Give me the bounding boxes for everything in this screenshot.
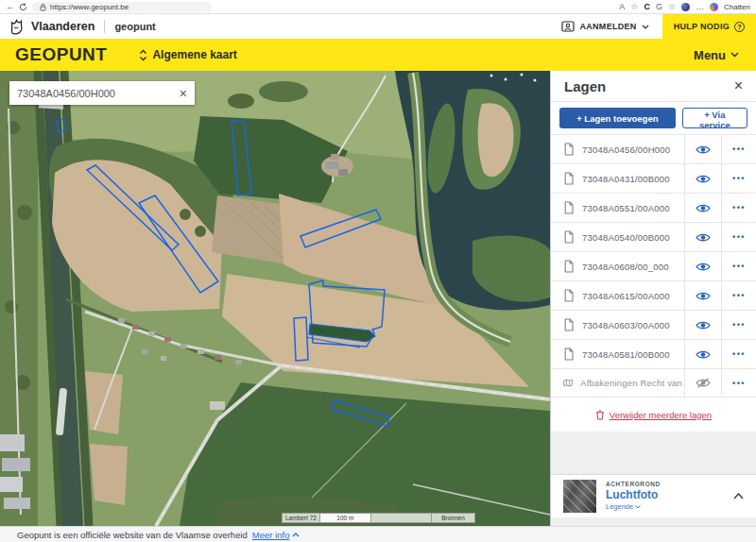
document-icon: [563, 143, 575, 156]
login-label: AANMELDEN: [579, 22, 636, 31]
layer-row-main[interactable]: 73048A0581/00B000: [551, 340, 684, 368]
layer-row[interactable]: 73048A0603/00A000 •••: [551, 310, 756, 339]
extension-g-icon[interactable]: G: [656, 3, 662, 11]
layer-row[interactable]: 73048A0431/00B000 •••: [551, 163, 756, 193]
visibility-toggle[interactable]: [684, 135, 721, 163]
chevron-down-icon: [642, 25, 649, 29]
menu-button[interactable]: Menu: [694, 48, 739, 62]
map-icon: [563, 378, 573, 388]
layer-row[interactable]: Afbakeningen Recht van voorkoop •••: [551, 368, 756, 398]
favorite-icon[interactable]: ☆: [630, 3, 638, 11]
layer-row-main[interactable]: 73048A0431/00B000: [551, 164, 684, 193]
layer-options-button[interactable]: •••: [721, 194, 756, 222]
document-icon: [563, 230, 575, 244]
panel-header: Lagen ×: [551, 71, 756, 102]
close-icon[interactable]: ×: [734, 78, 743, 93]
eye-icon: [696, 232, 711, 243]
map-selector[interactable]: Algemene kaart: [139, 48, 236, 61]
visibility-toggle[interactable]: [684, 311, 721, 339]
profile-avatar[interactable]: [681, 3, 690, 11]
government-bar: Vlaanderen geopunt AANMELDEN HULP NODIG …: [0, 14, 756, 39]
collapse-chevron-icon[interactable]: [733, 493, 744, 500]
layer-row[interactable]: 73048A0608/00_000 •••: [551, 251, 756, 280]
layer-label: 73048A0551/00A000: [582, 203, 670, 213]
layer-options-button[interactable]: •••: [721, 340, 756, 368]
panel-actions: + Lagen toevoegen + Via service: [551, 102, 756, 134]
geopunt-logo[interactable]: GEOPUNT: [15, 44, 107, 65]
collections-icon[interactable]: ☆: [668, 3, 676, 11]
legend-link[interactable]: Legende: [606, 502, 661, 511]
layer-options-button[interactable]: •••: [721, 281, 756, 310]
layer-options-button[interactable]: •••: [721, 369, 756, 397]
back-icon[interactable]: ←: [6, 3, 14, 11]
layer-row[interactable]: 73048A0540/00B000 •••: [551, 222, 756, 251]
layer-row-main[interactable]: 73048A0551/00A000: [551, 194, 684, 222]
layer-row-main[interactable]: 73048A0540/00B000: [551, 223, 684, 251]
layer-options-button[interactable]: •••: [721, 223, 756, 251]
layer-row-main[interactable]: Afbakeningen Recht van voorkoop: [551, 369, 684, 397]
chevron-down-icon: [635, 505, 641, 509]
chat-label[interactable]: Chatten: [724, 3, 750, 11]
layer-list: 73048A0456/00H000 •••: [551, 134, 756, 398]
layer-row[interactable]: 73048A0551/00A000 •••: [551, 193, 756, 222]
layer-label: 73048A0431/00B000: [582, 174, 670, 184]
main-area: × Lambert 72 100 m Bronnen Lagen × + Lag…: [0, 71, 756, 526]
via-service-button[interactable]: + Via service: [682, 108, 747, 128]
visibility-toggle[interactable]: [684, 223, 721, 251]
ellipsis-icon: •••: [732, 379, 746, 388]
scale-bar-label: 100 m: [320, 514, 371, 522]
layer-options-button[interactable]: •••: [721, 252, 756, 280]
search-input[interactable]: [9, 88, 172, 99]
refresh-icon[interactable]: [19, 3, 27, 11]
visibility-toggle[interactable]: [684, 340, 721, 368]
visibility-toggle[interactable]: [684, 194, 721, 222]
url-text: https://www.geopunt.be: [50, 3, 129, 11]
map-search-box[interactable]: ×: [9, 81, 195, 105]
divider: [104, 20, 105, 33]
visibility-toggle[interactable]: [684, 281, 721, 310]
more-info-link[interactable]: Meer info: [252, 530, 301, 540]
layer-options-button[interactable]: •••: [721, 311, 756, 339]
layer-row[interactable]: 73048A0615/00A000 •••: [551, 280, 756, 310]
sources-link[interactable]: Bronnen: [431, 514, 474, 522]
layer-row-main[interactable]: 73048A0608/00_000: [551, 252, 684, 280]
layer-row[interactable]: 73048A0456/00H000 •••: [551, 134, 756, 163]
more-menu-icon[interactable]: …: [696, 3, 704, 11]
layer-label: 73048A0615/00A000: [582, 291, 670, 301]
menu-label: Menu: [694, 48, 726, 62]
ellipsis-icon: •••: [732, 291, 746, 300]
aerial-map-canvas[interactable]: [0, 71, 550, 526]
background-thumbnail[interactable]: [563, 480, 596, 513]
background-title[interactable]: Luchtfoto: [606, 488, 661, 502]
layer-row-main[interactable]: 73048A0603/00A000: [551, 311, 684, 339]
visibility-toggle[interactable]: [684, 252, 721, 280]
eye-icon: [696, 203, 711, 213]
chevron-up-icon: [292, 533, 300, 537]
site-tab-geopunt[interactable]: geopunt: [114, 21, 155, 32]
visibility-toggle[interactable]: [684, 369, 721, 397]
copilot-icon[interactable]: [710, 3, 718, 11]
layer-row-main[interactable]: 73048A0456/00H000: [551, 135, 684, 163]
brand-vlaanderen[interactable]: Vlaanderen: [31, 20, 94, 33]
chevron-down-icon: [730, 52, 739, 58]
visibility-toggle[interactable]: [684, 164, 721, 193]
layer-options-button[interactable]: •••: [721, 164, 756, 193]
panel-bottom-strip: [551, 517, 756, 526]
search-clear-icon[interactable]: ×: [172, 87, 195, 100]
help-button[interactable]: HULP NODIG ?: [662, 14, 756, 39]
layer-row[interactable]: 73048A0581/00B000 •••: [551, 339, 756, 368]
remove-layers-link[interactable]: Verwijder meerdere lagen: [610, 410, 712, 420]
scale-spacer: [371, 514, 431, 522]
layer-row-main[interactable]: 73048A0615/00A000: [551, 281, 684, 310]
layer-options-button[interactable]: •••: [721, 135, 756, 163]
add-layers-button[interactable]: + Lagen toevoegen: [559, 108, 676, 128]
read-aloud-icon[interactable]: A: [619, 3, 625, 11]
extension-c-icon[interactable]: C: [644, 3, 650, 11]
map-viewport[interactable]: × Lambert 72 100 m Bronnen: [0, 71, 550, 526]
login-button[interactable]: AANMELDEN: [548, 21, 662, 32]
trash-icon: [595, 410, 605, 420]
eye-icon: [696, 291, 711, 301]
url-bar[interactable]: https://www.geopunt.be: [32, 2, 212, 12]
footer-text: Geopunt is een officiële website van de …: [17, 530, 248, 540]
background-layer-card[interactable]: ACHTERGROND Luchtfoto Legende: [551, 474, 756, 517]
